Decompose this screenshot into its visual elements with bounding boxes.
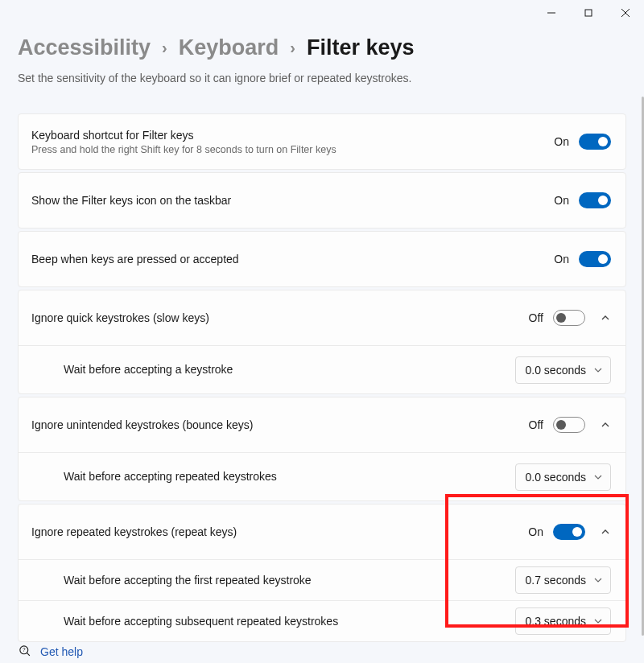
- repeat-keys-first-wait-select[interactable]: 0.7 seconds: [515, 566, 612, 594]
- setting-taskbar-icon: Show the Filter keys icon on the taskbar…: [18, 172, 626, 229]
- setting-title: Ignore unintended keystrokes (bounce key…: [31, 418, 529, 433]
- setting-title: Keyboard shortcut for Filter keys: [31, 128, 554, 143]
- minimize-button[interactable]: [533, 0, 570, 26]
- sub-setting-label: Wait before accepting subsequent repeate…: [64, 614, 515, 629]
- setting-title: Show the Filter keys icon on the taskbar: [31, 193, 554, 208]
- close-button[interactable]: [607, 0, 644, 26]
- setting-bounce-keys: Ignore unintended keystrokes (bounce key…: [18, 397, 626, 501]
- repeat-keys-first-wait-row: Wait before accepting the first repeated…: [19, 559, 625, 600]
- breadcrumb-accessibility[interactable]: Accessibility: [18, 35, 151, 60]
- repeat-keys-subsequent-wait-row: Wait before accepting subsequent repeate…: [19, 600, 625, 641]
- select-value: 0.3 seconds: [526, 615, 587, 628]
- repeat-keys-subsequent-wait-select[interactable]: 0.3 seconds: [515, 607, 612, 635]
- bounce-keys-toggle[interactable]: [553, 417, 585, 433]
- bounce-keys-header-row[interactable]: Ignore unintended keystrokes (bounce key…: [19, 397, 625, 452]
- setting-keyboard-shortcut: Keyboard shortcut for Filter keys Press …: [18, 113, 626, 170]
- chevron-right-icon: ›: [290, 39, 295, 57]
- sub-setting-label: Wait before accepting the first repeated…: [64, 573, 515, 588]
- chevron-right-icon: ›: [162, 39, 167, 57]
- toggle-state-label: On: [554, 194, 569, 207]
- setting-title: Ignore quick keystrokes (slow keys): [31, 311, 529, 326]
- chevron-down-icon: [594, 574, 602, 587]
- svg-rect-1: [585, 10, 592, 16]
- help-label: Get help: [40, 645, 83, 658]
- svg-text:?: ?: [23, 647, 26, 653]
- chevron-down-icon: [594, 364, 602, 377]
- setting-repeat-keys: Ignore repeated keystrokes (repeat keys)…: [18, 504, 626, 642]
- setting-beep: Beep when keys are pressed or accepted O…: [18, 231, 626, 287]
- get-help-link[interactable]: ? Get help: [18, 644, 83, 660]
- bounce-keys-wait-select[interactable]: 0.0 seconds: [515, 463, 612, 491]
- chevron-down-icon: [594, 615, 602, 628]
- setting-title: Beep when keys are pressed or accepted: [31, 252, 554, 267]
- repeat-keys-header-row[interactable]: Ignore repeated keystrokes (repeat keys)…: [19, 504, 625, 559]
- slow-keys-toggle[interactable]: [553, 310, 585, 326]
- slow-keys-wait-select[interactable]: 0.0 seconds: [515, 356, 612, 384]
- sub-setting-label: Wait before accepting repeated keystroke…: [64, 469, 515, 484]
- setting-description: Press and hold the right Shift key for 8…: [31, 144, 554, 155]
- breadcrumb-keyboard[interactable]: Keyboard: [179, 35, 279, 60]
- taskbar-icon-toggle[interactable]: [579, 192, 611, 208]
- toggle-state-label: On: [554, 135, 569, 148]
- page-title: Filter keys: [307, 35, 415, 60]
- select-value: 0.0 seconds: [526, 471, 587, 484]
- chevron-up-icon[interactable]: [600, 526, 611, 537]
- beep-toggle[interactable]: [579, 251, 611, 267]
- setting-title: Ignore repeated keystrokes (repeat keys): [31, 525, 528, 540]
- toggle-state-label: On: [554, 253, 569, 266]
- chevron-up-icon[interactable]: [600, 419, 611, 430]
- chevron-up-icon[interactable]: [600, 312, 611, 323]
- toggle-state-label: On: [528, 525, 543, 538]
- slow-keys-header-row[interactable]: Ignore quick keystrokes (slow keys) Off: [19, 290, 625, 345]
- toggle-state-label: Off: [529, 311, 543, 324]
- breadcrumb: Accessibility › Keyboard › Filter keys: [18, 35, 626, 60]
- page-description: Set the sensitivity of the keyboard so i…: [18, 72, 626, 84]
- bounce-keys-wait-row: Wait before accepting repeated keystroke…: [19, 452, 625, 500]
- select-value: 0.0 seconds: [526, 364, 587, 377]
- help-icon: ?: [18, 644, 31, 660]
- toggle-state-label: Off: [529, 418, 543, 431]
- maximize-button[interactable]: [570, 0, 607, 26]
- window-controls: [533, 0, 644, 26]
- sub-setting-label: Wait before accepting a keystroke: [64, 362, 515, 377]
- keyboard-shortcut-toggle[interactable]: [579, 134, 611, 150]
- select-value: 0.7 seconds: [526, 574, 587, 587]
- setting-slow-keys: Ignore quick keystrokes (slow keys) Off …: [18, 290, 626, 394]
- svg-line-5: [27, 653, 30, 656]
- repeat-keys-toggle[interactable]: [553, 524, 585, 540]
- slow-keys-wait-row: Wait before accepting a keystroke 0.0 se…: [19, 345, 625, 393]
- chevron-down-icon: [594, 471, 602, 484]
